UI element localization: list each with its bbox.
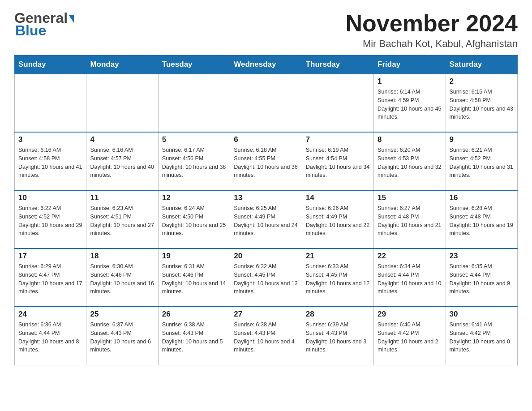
calendar-cell: 24Sunrise: 6:36 AMSunset: 4:44 PMDayligh… <box>15 307 86 365</box>
day-number: 16 <box>450 193 514 202</box>
calendar-cell: 11Sunrise: 6:23 AMSunset: 4:51 PMDayligh… <box>86 190 158 248</box>
calendar-cell: 19Sunrise: 6:31 AMSunset: 4:46 PMDayligh… <box>158 248 230 307</box>
calendar-header-tuesday: Tuesday <box>158 56 230 74</box>
calendar-cell: 3Sunrise: 6:16 AMSunset: 4:58 PMDaylight… <box>15 132 86 190</box>
calendar-cell <box>15 74 86 132</box>
day-info: Sunrise: 6:30 AMSunset: 4:46 PMDaylight:… <box>90 262 154 296</box>
day-info: Sunrise: 6:18 AMSunset: 4:55 PMDaylight:… <box>234 146 298 180</box>
logo-triangle-icon <box>69 15 74 23</box>
day-info: Sunrise: 6:35 AMSunset: 4:44 PMDaylight:… <box>450 262 514 296</box>
calendar-cell: 27Sunrise: 6:38 AMSunset: 4:43 PMDayligh… <box>230 307 302 365</box>
day-number: 8 <box>378 135 442 144</box>
day-info: Sunrise: 6:31 AMSunset: 4:46 PMDaylight:… <box>162 262 226 296</box>
day-number: 24 <box>18 310 82 319</box>
calendar-cell: 25Sunrise: 6:37 AMSunset: 4:43 PMDayligh… <box>86 307 158 365</box>
calendar-cell: 30Sunrise: 6:41 AMSunset: 4:42 PMDayligh… <box>446 307 517 365</box>
calendar-cell: 7Sunrise: 6:19 AMSunset: 4:54 PMDaylight… <box>302 132 373 190</box>
day-number: 13 <box>234 193 298 202</box>
title-area: November 2024 Mir Bachah Kot, Kabul, Afg… <box>346 11 518 50</box>
day-info: Sunrise: 6:25 AMSunset: 4:49 PMDaylight:… <box>234 204 298 238</box>
day-info: Sunrise: 6:33 AMSunset: 4:45 PMDaylight:… <box>306 262 370 296</box>
calendar-cell <box>230 74 302 132</box>
calendar-cell <box>158 74 230 132</box>
calendar-cell: 2Sunrise: 6:15 AMSunset: 4:58 PMDaylight… <box>446 74 517 132</box>
calendar-cell: 10Sunrise: 6:22 AMSunset: 4:52 PMDayligh… <box>15 190 86 248</box>
calendar-cell: 20Sunrise: 6:32 AMSunset: 4:45 PMDayligh… <box>230 248 302 307</box>
page-header: General Blue November 2024 Mir Bachah Ko… <box>14 11 518 50</box>
calendar-header-wednesday: Wednesday <box>230 56 302 74</box>
calendar-week-row: 17Sunrise: 6:29 AMSunset: 4:47 PMDayligh… <box>15 248 518 307</box>
main-title: November 2024 <box>346 11 518 36</box>
day-number: 29 <box>378 310 442 319</box>
day-info: Sunrise: 6:41 AMSunset: 4:42 PMDaylight:… <box>450 321 514 354</box>
day-number: 18 <box>90 252 154 261</box>
calendar-cell: 29Sunrise: 6:40 AMSunset: 4:42 PMDayligh… <box>374 307 446 365</box>
day-info: Sunrise: 6:39 AMSunset: 4:43 PMDaylight:… <box>306 321 370 354</box>
day-number: 3 <box>18 135 82 144</box>
day-info: Sunrise: 6:40 AMSunset: 4:42 PMDaylight:… <box>378 321 442 354</box>
day-info: Sunrise: 6:32 AMSunset: 4:45 PMDaylight:… <box>234 262 298 296</box>
calendar-header-friday: Friday <box>374 56 446 74</box>
day-number: 27 <box>234 310 298 319</box>
calendar-cell: 8Sunrise: 6:20 AMSunset: 4:53 PMDaylight… <box>374 132 446 190</box>
day-number: 23 <box>450 252 514 261</box>
calendar-cell: 9Sunrise: 6:21 AMSunset: 4:52 PMDaylight… <box>446 132 517 190</box>
day-info: Sunrise: 6:24 AMSunset: 4:50 PMDaylight:… <box>162 204 226 238</box>
calendar-cell: 14Sunrise: 6:26 AMSunset: 4:49 PMDayligh… <box>302 190 373 248</box>
day-number: 5 <box>162 135 226 144</box>
calendar-cell <box>86 74 158 132</box>
day-info: Sunrise: 6:15 AMSunset: 4:58 PMDaylight:… <box>450 88 514 121</box>
day-number: 28 <box>306 310 370 319</box>
day-number: 15 <box>378 193 442 202</box>
calendar-header-sunday: Sunday <box>15 56 86 74</box>
calendar-cell: 28Sunrise: 6:39 AMSunset: 4:43 PMDayligh… <box>302 307 373 365</box>
calendar-cell: 16Sunrise: 6:28 AMSunset: 4:48 PMDayligh… <box>446 190 517 248</box>
day-number: 30 <box>450 310 514 319</box>
day-info: Sunrise: 6:21 AMSunset: 4:52 PMDaylight:… <box>450 146 514 180</box>
day-number: 17 <box>18 252 82 261</box>
calendar-cell: 15Sunrise: 6:27 AMSunset: 4:48 PMDayligh… <box>374 190 446 248</box>
calendar-week-row: 24Sunrise: 6:36 AMSunset: 4:44 PMDayligh… <box>15 307 518 365</box>
calendar-cell: 26Sunrise: 6:38 AMSunset: 4:43 PMDayligh… <box>158 307 230 365</box>
day-number: 26 <box>162 310 226 319</box>
day-info: Sunrise: 6:38 AMSunset: 4:43 PMDaylight:… <box>162 321 226 354</box>
day-info: Sunrise: 6:17 AMSunset: 4:56 PMDaylight:… <box>162 146 226 180</box>
day-info: Sunrise: 6:26 AMSunset: 4:49 PMDaylight:… <box>306 204 370 238</box>
day-number: 21 <box>306 252 370 261</box>
day-number: 1 <box>378 77 442 86</box>
day-info: Sunrise: 6:29 AMSunset: 4:47 PMDaylight:… <box>18 262 82 296</box>
calendar-week-row: 3Sunrise: 6:16 AMSunset: 4:58 PMDaylight… <box>15 132 518 190</box>
day-number: 9 <box>450 135 514 144</box>
day-info: Sunrise: 6:16 AMSunset: 4:58 PMDaylight:… <box>18 146 82 180</box>
day-info: Sunrise: 6:34 AMSunset: 4:44 PMDaylight:… <box>378 262 442 296</box>
day-number: 10 <box>18 193 82 202</box>
day-number: 7 <box>306 135 370 144</box>
calendar-cell <box>302 74 373 132</box>
day-info: Sunrise: 6:37 AMSunset: 4:43 PMDaylight:… <box>90 321 154 354</box>
calendar-cell: 21Sunrise: 6:33 AMSunset: 4:45 PMDayligh… <box>302 248 373 307</box>
calendar-header-row: SundayMondayTuesdayWednesdayThursdayFrid… <box>15 56 518 74</box>
day-info: Sunrise: 6:38 AMSunset: 4:43 PMDaylight:… <box>234 321 298 354</box>
subtitle: Mir Bachah Kot, Kabul, Afghanistan <box>346 38 518 50</box>
day-number: 6 <box>234 135 298 144</box>
day-number: 4 <box>90 135 154 144</box>
calendar-cell: 5Sunrise: 6:17 AMSunset: 4:56 PMDaylight… <box>158 132 230 190</box>
calendar-cell: 13Sunrise: 6:25 AMSunset: 4:49 PMDayligh… <box>230 190 302 248</box>
day-info: Sunrise: 6:19 AMSunset: 4:54 PMDaylight:… <box>306 146 370 180</box>
day-number: 2 <box>450 77 514 86</box>
calendar-cell: 17Sunrise: 6:29 AMSunset: 4:47 PMDayligh… <box>15 248 86 307</box>
day-info: Sunrise: 6:27 AMSunset: 4:48 PMDaylight:… <box>378 204 442 238</box>
calendar-cell: 12Sunrise: 6:24 AMSunset: 4:50 PMDayligh… <box>158 190 230 248</box>
calendar-cell: 6Sunrise: 6:18 AMSunset: 4:55 PMDaylight… <box>230 132 302 190</box>
calendar-header-monday: Monday <box>86 56 158 74</box>
day-number: 22 <box>378 252 442 261</box>
day-info: Sunrise: 6:22 AMSunset: 4:52 PMDaylight:… <box>18 204 82 238</box>
calendar-cell: 23Sunrise: 6:35 AMSunset: 4:44 PMDayligh… <box>446 248 517 307</box>
day-number: 25 <box>90 310 154 319</box>
calendar-cell: 4Sunrise: 6:16 AMSunset: 4:57 PMDaylight… <box>86 132 158 190</box>
calendar-cell: 1Sunrise: 6:14 AMSunset: 4:59 PMDaylight… <box>374 74 446 132</box>
calendar-cell: 18Sunrise: 6:30 AMSunset: 4:46 PMDayligh… <box>86 248 158 307</box>
day-info: Sunrise: 6:20 AMSunset: 4:53 PMDaylight:… <box>378 146 442 180</box>
calendar-week-row: 10Sunrise: 6:22 AMSunset: 4:52 PMDayligh… <box>15 190 518 248</box>
day-info: Sunrise: 6:28 AMSunset: 4:48 PMDaylight:… <box>450 204 514 238</box>
